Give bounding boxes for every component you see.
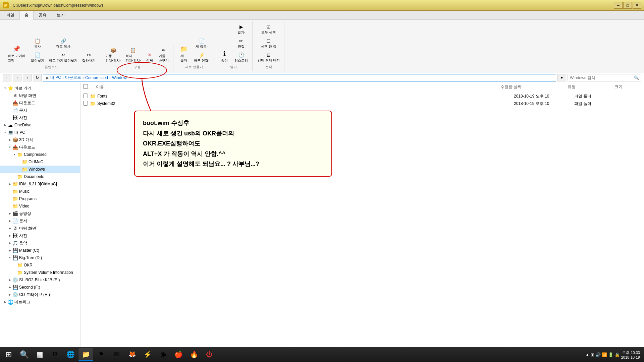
sidebar-item-documents[interactable]: 📄 문서 bbox=[0, 107, 80, 114]
dropdown-button[interactable]: ▾ bbox=[557, 74, 566, 81]
select-all-checkbox[interactable] bbox=[83, 84, 88, 89]
search-input[interactable] bbox=[570, 75, 633, 80]
sidebar-item-desktop[interactable]: 🖥 바탕 화면 bbox=[0, 92, 80, 99]
delete-button[interactable]: ✕ 삭제 bbox=[144, 51, 156, 64]
address-path[interactable]: ▶ 내 PC › 다운로드 › Compressed › Windows bbox=[43, 74, 556, 81]
properties-button[interactable]: ℹ 속성 bbox=[217, 48, 231, 64]
sidebar-item-video[interactable]: 📁 Video bbox=[0, 202, 80, 210]
copy-to-button[interactable]: 📋 복사위치·위치· bbox=[124, 46, 143, 64]
up-button[interactable]: ↑ bbox=[23, 74, 32, 81]
history-button[interactable]: 🕐 히스토리 bbox=[233, 51, 250, 64]
select-none-button[interactable]: ☐ 선택 안 함 bbox=[256, 37, 281, 50]
col-size-header[interactable]: 크기 bbox=[614, 84, 641, 90]
opera-app[interactable]: ◉ bbox=[156, 348, 170, 361]
tray-network-icon[interactable]: 📶 bbox=[602, 352, 607, 357]
extra-app1[interactable]: 🔥 bbox=[186, 348, 201, 361]
apple-app[interactable]: 🍎 bbox=[171, 348, 186, 361]
table-row[interactable]: 📁 System32 2018-10-19 오후 10 파일 폴더 bbox=[80, 100, 644, 107]
sidebar-item-idm[interactable]: ▶ 📁 IDM_6.31.9[OldMaC] bbox=[0, 180, 80, 188]
search-button[interactable]: 🔍 bbox=[17, 348, 32, 361]
tab-file[interactable]: 파일 bbox=[1, 11, 19, 20]
sidebar-item-music[interactable]: 📁 Music bbox=[0, 188, 80, 195]
tab-view[interactable]: 보기 bbox=[52, 11, 70, 20]
col-name-header[interactable]: 이름 bbox=[96, 84, 494, 90]
table-row[interactable]: 📁 Fonts 2018-10-19 오후 10 파일 폴더 bbox=[80, 93, 644, 100]
edge-app[interactable]: 🌐 bbox=[63, 348, 78, 361]
settings-app[interactable]: ⚙ bbox=[48, 348, 62, 361]
tray-windows-icon[interactable]: ⊞ bbox=[591, 352, 594, 357]
sidebar-item-quick-access[interactable]: ▾ ⭐ 바로 가기 bbox=[0, 84, 80, 92]
sidebar-item-pics2[interactable]: ▶ 🖼 사진 bbox=[0, 232, 80, 239]
tray-sound-icon[interactable]: 🔊 bbox=[595, 352, 601, 357]
tray-battery-icon[interactable]: 🔋 bbox=[608, 352, 613, 357]
sidebar-item-music2[interactable]: ▶ 🎵 음악 bbox=[0, 239, 80, 247]
tray-lock-icon[interactable]: 🔒 bbox=[614, 352, 620, 357]
rename-button[interactable]: ✏ 이름바꾸기 bbox=[157, 46, 170, 64]
sidebar-item-docs3[interactable]: ▶ 📄 문서 bbox=[0, 217, 80, 225]
path-compressed[interactable]: Compressed bbox=[85, 75, 108, 80]
path-mypc[interactable]: 내 PC bbox=[50, 75, 61, 80]
back-button[interactable]: ← bbox=[3, 74, 11, 81]
tab-home[interactable]: 홈 bbox=[19, 11, 34, 20]
forward-button[interactable]: → bbox=[13, 74, 21, 81]
sidebar-item-pictures[interactable]: 🖼 사진 bbox=[0, 114, 80, 121]
sidebar-item-programs[interactable]: 📁 Programs bbox=[0, 195, 80, 202]
sidebar-item-sysvolinfo[interactable]: 📁 System Volume Information bbox=[0, 269, 80, 276]
invert-selection-button[interactable]: ⊟ 선택 영역 반전 bbox=[256, 51, 281, 64]
tray-up-icon[interactable]: ▲ bbox=[585, 352, 590, 357]
sidebar-item-network[interactable]: ▶ 🌐 네트워크 bbox=[0, 298, 80, 306]
select-all-button[interactable]: ☑ 모두 선택 bbox=[256, 22, 281, 36]
power-app[interactable]: ⏻ bbox=[202, 348, 217, 361]
path-copy-button[interactable]: 🔗 경로 복사 bbox=[47, 37, 79, 50]
sidebar-item-mypc[interactable]: ▾ 💻 내 PC bbox=[0, 129, 80, 136]
sidebar-item-okr[interactable]: 📁 OKR bbox=[0, 261, 80, 269]
quick-access-button[interactable]: ⚡ 빠른 연결· bbox=[192, 51, 211, 64]
shortcut-paste-button[interactable]: ↩ 바로 가기 붙여넣기 bbox=[47, 51, 79, 64]
copy-button[interactable]: 📋 복사 bbox=[29, 37, 46, 50]
tab-share[interactable]: 공유 bbox=[34, 11, 52, 20]
new-item-button[interactable]: 📄 새 항목· bbox=[192, 37, 211, 50]
chrome-app[interactable]: ⚡ bbox=[140, 348, 155, 361]
firefox-app[interactable]: 🦊 bbox=[125, 348, 140, 361]
pin-icon: 📌 bbox=[12, 44, 21, 54]
sidebar-item-master-c[interactable]: ▶ 💾 Master (C:) bbox=[0, 247, 80, 254]
pin-button[interactable]: 📌 바로 가기에고정 bbox=[5, 43, 28, 64]
col-type-header[interactable]: 유형 bbox=[568, 84, 608, 90]
cut-button[interactable]: ✂ 잘라내기 bbox=[80, 51, 97, 64]
sidebar-item-movies[interactable]: ▶ 🎬 동영상 bbox=[0, 210, 80, 217]
move-to-button[interactable]: 📦 이동위치·위치· bbox=[104, 46, 122, 64]
start-button[interactable]: ⊞ bbox=[1, 348, 16, 361]
sidebar-item-onedrive[interactable]: ▶ ☁ OneDrive bbox=[0, 121, 80, 129]
sidebar-item-bigtree-d[interactable]: ▾ 💾 Big.Tree (D:) bbox=[0, 254, 80, 261]
sl-bg2-e-icon: 💿 bbox=[12, 277, 18, 283]
sidebar-item-downloads[interactable]: 📥 다운로드 bbox=[0, 99, 80, 107]
file-explorer-app[interactable]: 📁 bbox=[78, 348, 93, 361]
edit-button[interactable]: ✏ 편집 bbox=[233, 37, 250, 50]
sidebar-item-windows[interactable]: 📁 Windows bbox=[0, 166, 80, 173]
row-checkbox-fonts[interactable] bbox=[83, 94, 88, 98]
sidebar-item-second-f[interactable]: ▶ 💾 Second (F:) bbox=[0, 284, 80, 291]
minimize-button[interactable]: ─ bbox=[614, 2, 623, 9]
close-button[interactable]: ✕ bbox=[633, 2, 641, 9]
sidebar-item-3d[interactable]: ▶ 📦 3D 개체 bbox=[0, 136, 80, 143]
task-view-button[interactable]: ▦ bbox=[32, 348, 47, 361]
row-checkbox-system32[interactable] bbox=[83, 101, 88, 106]
path-downloads[interactable]: 다운로드 bbox=[65, 75, 81, 80]
col-date-header[interactable]: 수정한 날짜 bbox=[500, 84, 561, 90]
paste-button[interactable]: 📄 붙여넣기 bbox=[29, 51, 46, 64]
path-windows[interactable]: Windows bbox=[112, 75, 128, 80]
network-icon: 🌐 bbox=[7, 299, 13, 305]
sidebar-item-oldmac[interactable]: 📁 OldMaC bbox=[0, 158, 80, 166]
refresh-button[interactable]: ↻ bbox=[33, 74, 42, 81]
open-button[interactable]: ▶ 열기· bbox=[233, 22, 250, 36]
sidebar-item-downloads2[interactable]: ▾ 📥 다운로드 bbox=[0, 143, 80, 151]
sidebar-item-sl-bg2-e[interactable]: ▶ 💿 SL-BG2-Bible.KJB (E:) bbox=[0, 276, 80, 284]
sidebar-item-desktop2[interactable]: ▶ 🖥 바탕 화면 bbox=[0, 225, 80, 232]
sidebar-item-documents2[interactable]: 📁 Documents bbox=[0, 173, 80, 180]
flag-app[interactable]: ⚑ bbox=[94, 348, 109, 361]
sidebar-item-compressed[interactable]: ▾ 📁 Compressed bbox=[0, 151, 80, 158]
maximize-button[interactable]: □ bbox=[623, 2, 632, 9]
new-folder-button[interactable]: 📁 새폴더 bbox=[177, 43, 191, 64]
mail-app[interactable]: ✉ bbox=[109, 348, 124, 361]
sidebar-item-cd-h[interactable]: ▶ 💿 CD 드라이브 (H:) bbox=[0, 291, 80, 298]
